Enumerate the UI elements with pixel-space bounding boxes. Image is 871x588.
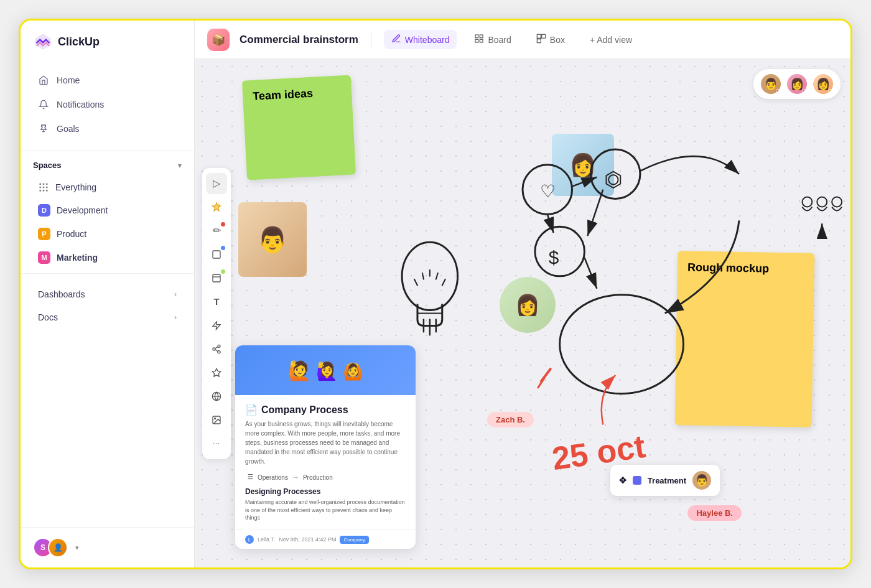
tool-note[interactable] [206,268,227,289]
svg-marker-27 [212,368,220,376]
sidebar-item-development[interactable]: D Development [26,199,189,222]
svg-rect-15 [480,39,483,42]
svg-point-4 [43,183,45,185]
doc-card-body: 📄 Company Process As your business grows… [235,395,416,530]
doc-date-text: Nov 8th, 2021 4:42 PM [279,536,336,543]
svg-point-8 [46,187,48,189]
docs-label: Docs [38,312,58,322]
svg-point-32 [402,242,457,310]
sidebar-item-marketing[interactable]: M Marketing [26,246,189,269]
svg-line-45 [541,369,551,381]
treatment-card: ✥ Treatment 👨 [610,465,720,496]
sidebar-item-home[interactable]: Home [26,68,189,92]
tool-lightning[interactable] [206,315,227,336]
wb-avatar-2-dot [802,89,807,94]
move-cursor-icon: ✥ [619,475,626,485]
sidebar-item-notifications-label: Notifications [57,100,104,110]
tool-globe[interactable] [206,386,227,407]
wb-avatar-1-dot [776,89,781,94]
sidebar-item-home-label: Home [57,75,80,85]
tool-more[interactable]: ··· [206,433,227,454]
svg-point-38 [535,226,585,276]
sidebar-item-everything[interactable]: Everything [26,177,189,198]
doc-card-flow-row: Operations → Production [245,472,406,482]
box-tab-icon [536,34,546,45]
doc-section-title: Designing Processes [245,487,406,496]
main-content: 📦 Commercial brainstorm Whiteboard Board [195,21,850,567]
treatment-avatar: 👨 [692,471,711,490]
treatment-color-icon [633,476,641,485]
trophy-icon [38,123,49,134]
sidebar-item-development-label: Development [57,205,108,215]
tab-box[interactable]: Box [529,30,572,49]
tool-pen[interactable]: ✏ [206,220,227,241]
sidebar-item-product[interactable]: P Product [26,223,189,245]
tool-image[interactable] [206,409,227,431]
user-avatars: S 👤 [33,538,68,558]
development-badge: D [38,204,50,217]
spaces-section-header[interactable]: Spaces ▾ [21,154,194,176]
pen-dot [221,222,225,226]
whiteboard-tab-icon [391,34,401,45]
sidebar-divider-2 [21,273,194,274]
tool-cursor[interactable]: ▷ [206,173,227,194]
zach-label-text: Zach B. [496,415,525,424]
sidebar-divider-1 [21,150,194,151]
tab-whiteboard[interactable]: Whiteboard [384,30,457,49]
svg-point-6 [39,187,41,189]
tool-square[interactable] [206,244,227,265]
tab-whiteboard-label: Whiteboard [405,35,450,45]
wb-avatar-2: 👩 [786,73,808,95]
svg-rect-20 [213,274,220,282]
person-face-left: 👨 [238,202,307,277]
doc-title-text: Company Process [261,404,348,416]
person-photo-left: 👨 [238,202,307,277]
doc-figure-2: 🙋‍♀️ [316,361,338,381]
sticky-note-green: Team ideas [242,75,356,180]
doc-card-description: As your business grows, things will inev… [245,419,406,466]
sidebar-item-docs[interactable]: Docs › [26,306,189,329]
doc-card-footer: L Leila T. Nov 8th, 2021 4:42 PM Company [235,530,416,549]
sidebar-bottom: Dashboards › Docs › [21,278,194,334]
svg-rect-16 [537,34,541,38]
doc-to-text: Production [303,474,333,481]
doc-illustration: 🙋 🙋‍♀️ 🙆 [288,360,363,381]
project-icon: 📦 [207,29,230,51]
doc-footer-avatar: L [245,535,254,544]
tool-share[interactable] [206,338,227,360]
svg-rect-13 [480,35,483,38]
topbar-divider [371,32,371,47]
app-container: ClickUp Home Notifications [21,21,850,567]
docs-chevron-icon: › [174,313,177,322]
doc-author-text: Leila T. [258,536,275,543]
add-view-button[interactable]: + Add view [582,31,640,49]
document-card: 🙋 🙋‍♀️ 🙆 📄 Company Process As your busin… [235,345,416,549]
svg-point-10 [43,190,45,192]
person-label-zach: Zach B. [487,412,534,427]
person-face-top-right: 👩 [552,134,614,196]
whiteboard-avatars: 👨 👩 👩 [753,69,841,99]
doc-from-text: Operations [258,474,288,481]
svg-point-23 [213,348,215,350]
sticky-note-yellow: Rough mockup [675,251,815,427]
dashboards-label: Dashboards [38,289,85,299]
sidebar-footer[interactable]: S 👤 ▾ [21,527,194,567]
sidebar-item-notifications[interactable]: Notifications [26,93,189,116]
sidebar-item-goals[interactable]: Goals [26,117,189,141]
doc-card-header: 🙋 🙋‍♀️ 🙆 [235,345,416,395]
doc-section-desc: Maintaining accurate and well-organized … [245,498,406,522]
whiteboard-area[interactable]: ▷ ✏ T [195,59,850,567]
svg-line-46 [538,378,544,388]
logo-area[interactable]: ClickUp [21,21,194,63]
person-photo-top-right: 👩 [552,134,614,196]
tool-sparkle[interactable] [206,197,227,218]
board-tab-icon [474,34,484,45]
svg-point-3 [39,183,41,185]
tab-board[interactable]: Board [467,30,518,49]
sidebar-item-product-label: Product [57,229,86,239]
tool-text[interactable]: T [206,291,227,312]
tool-star[interactable] [206,362,227,383]
add-view-label: + Add view [590,35,632,45]
sidebar-item-dashboards[interactable]: Dashboards › [26,283,189,306]
svg-point-40 [802,197,812,207]
